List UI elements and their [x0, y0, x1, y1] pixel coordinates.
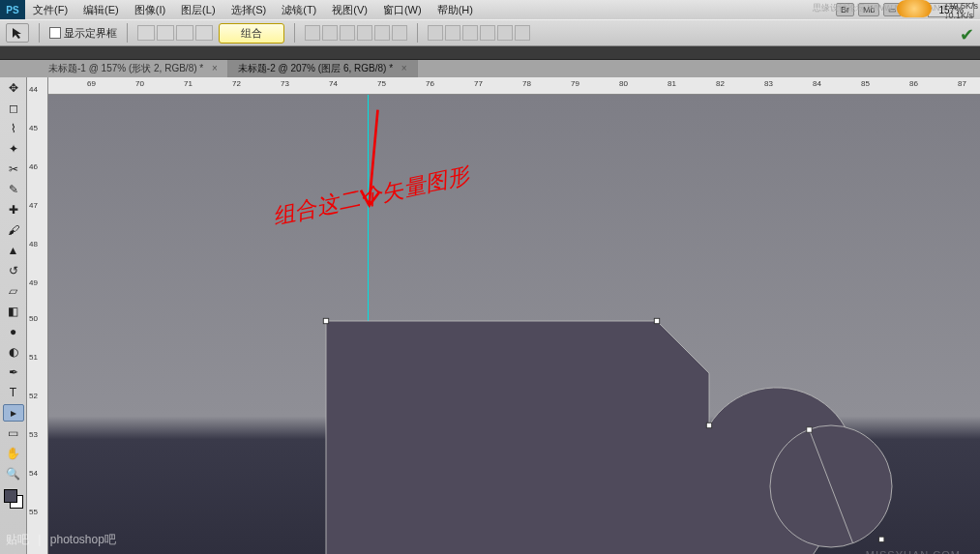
ruler-tick: 80 [619, 79, 628, 88]
align-bottom-icon[interactable] [392, 25, 407, 41]
foreground-color[interactable] [4, 489, 17, 503]
dodge-tool-icon[interactable]: ◐ [3, 343, 24, 361]
close-icon[interactable]: × [401, 63, 407, 73]
wand-tool-icon[interactable]: ✦ [3, 140, 24, 158]
menu-image[interactable]: 图像(I) [127, 3, 173, 17]
image-watermark: MISSYUAN.COM [866, 549, 961, 554]
pathop-intersect-icon[interactable] [176, 25, 193, 41]
ruler-tick: 49 [29, 278, 38, 287]
pathop-add-icon[interactable] [137, 25, 155, 41]
ruler-tick: 52 [29, 392, 38, 400]
document-tabs: 未标题-1 @ 157% (形状 2, RGB/8) * × 未标题-2 @ 2… [0, 60, 980, 77]
show-bounds-label: 显示定界框 [64, 26, 117, 41]
blur-tool-icon[interactable]: ● [3, 323, 24, 340]
ruler-tick: 69 [87, 79, 96, 88]
menu-file[interactable]: 文件(F) [25, 3, 75, 17]
menu-bar: PS 文件(F) 编辑(E) 图像(I) 图层(L) 选择(S) 滤镜(T) 视… [0, 0, 980, 19]
document-tab-2[interactable]: 未标题-2 @ 207% (图层 6, RGB/8) * × [228, 60, 418, 77]
zoom-tool-icon[interactable]: 🔍 [3, 465, 24, 482]
show-bounds-checkbox[interactable] [49, 27, 61, 39]
options-bar: 显示定界框 组合 ✔ [0, 19, 980, 46]
vertical-ruler[interactable]: 444546474849505152535455 [27, 77, 48, 554]
tool-indicator-icon[interactable] [6, 23, 29, 43]
live-badge-icon [897, 0, 932, 17]
stamp-tool-icon[interactable]: ▲ [3, 242, 24, 259]
ruler-tick: 51 [29, 353, 38, 362]
document-tab-1[interactable]: 未标题-1 @ 157% (形状 2, RGB/8) * × [39, 60, 228, 77]
svg-rect-2 [323, 318, 328, 323]
color-swatch[interactable] [4, 489, 23, 509]
eraser-tool-icon[interactable]: ▱ [3, 282, 24, 300]
align-hcenter-icon[interactable] [322, 25, 338, 41]
separator [39, 23, 40, 43]
separator [294, 23, 295, 43]
marquee-tool-icon[interactable]: ◻ [3, 100, 24, 117]
dist-bottom-icon[interactable] [462, 25, 478, 41]
work-area: ✥ ◻ ⌇ ✦ ✂ ✎ ✚ 🖌 ▲ ↺ ▱ ◧ ● ◐ ✒ T ▸ ▭ ✋ 🔍 … [0, 77, 980, 554]
ruler-tick: 44 [29, 85, 38, 94]
align-top-icon[interactable] [357, 25, 372, 41]
wm-right: photoshop吧 [50, 533, 116, 546]
ruler-tick: 72 [232, 79, 241, 88]
close-icon[interactable]: × [212, 63, 218, 73]
network-speed: ↑19.5K/s↓0.1K/s [944, 1, 978, 20]
menu-layer[interactable]: 图层(L) [173, 3, 223, 17]
svg-rect-6 [879, 537, 884, 541]
ruler-tick: 50 [29, 314, 38, 323]
app-logo-icon: PS [0, 0, 25, 19]
menu-select[interactable]: 选择(S) [223, 3, 275, 17]
menu-view[interactable]: 视图(V) [324, 3, 375, 17]
menu-window[interactable]: 窗口(W) [375, 3, 430, 17]
menu-edit[interactable]: 编辑(E) [75, 3, 127, 17]
align-vcenter-icon[interactable] [374, 25, 390, 41]
dist-vcenter-icon[interactable] [445, 25, 460, 41]
ruler-tick: 45 [29, 124, 38, 132]
align-right-icon[interactable] [340, 25, 355, 41]
heal-tool-icon[interactable]: ✚ [3, 201, 24, 219]
menu-filter[interactable]: 滤镜(T) [274, 3, 324, 17]
dist-hcenter-icon[interactable] [497, 25, 513, 41]
dist-left-icon[interactable] [480, 25, 495, 41]
eyedropper-tool-icon[interactable]: ✎ [3, 181, 24, 198]
ruler-tick: 79 [571, 79, 579, 88]
canvas[interactable]: 组合这二个矢量图形 MISSYUAN.COM [48, 95, 980, 554]
hand-tool-icon[interactable]: ✋ [3, 445, 24, 462]
commit-check-icon[interactable]: ✔ [960, 24, 974, 45]
show-bounds-option[interactable]: 显示定界框 [49, 26, 117, 41]
distribute-group [428, 25, 530, 41]
dist-top-icon[interactable] [428, 25, 443, 41]
menu-help[interactable]: 帮助(H) [430, 3, 481, 17]
svg-rect-3 [654, 318, 659, 323]
horizontal-ruler[interactable]: 69707172737475767778798081828384858687 [48, 77, 980, 95]
shape-tool-icon[interactable]: ▭ [3, 424, 24, 442]
vector-shape[interactable] [295, 312, 914, 554]
brush-tool-icon[interactable]: 🖌 [3, 221, 24, 239]
combine-button[interactable]: 组合 [219, 23, 284, 44]
history-brush-icon[interactable]: ↺ [3, 262, 24, 279]
type-tool-icon[interactable]: T [3, 384, 24, 401]
ruler-tick: 55 [29, 508, 38, 516]
gradient-tool-icon[interactable]: ◧ [3, 303, 24, 320]
crop-tool-icon[interactable]: ✂ [3, 160, 24, 178]
pathop-group [137, 25, 213, 41]
dist-right-icon[interactable] [515, 25, 530, 41]
forum-watermark: 思缘设计论坛 WWW.MISSYUAN.COM [813, 2, 963, 15]
pathop-exclude-icon[interactable] [195, 25, 213, 41]
align-group [305, 25, 407, 41]
source-watermark: 贴吧 | photoshop吧 [6, 532, 116, 548]
pathop-subtract-icon[interactable] [157, 25, 174, 41]
ruler-tick: 84 [813, 79, 821, 88]
align-left-icon[interactable] [305, 25, 320, 41]
move-tool-icon[interactable]: ✥ [3, 79, 24, 97]
ruler-tick: 53 [29, 430, 38, 439]
svg-rect-5 [807, 427, 812, 432]
lasso-tool-icon[interactable]: ⌇ [3, 120, 24, 137]
panel-strip [0, 46, 980, 60]
ruler-tick: 54 [29, 469, 38, 478]
ruler-tick: 81 [668, 79, 676, 88]
toolbox: ✥ ◻ ⌇ ✦ ✂ ✎ ✚ 🖌 ▲ ↺ ▱ ◧ ● ◐ ✒ T ▸ ▭ ✋ 🔍 [0, 77, 27, 554]
ruler-tick: 77 [474, 79, 483, 88]
pen-tool-icon[interactable]: ✒ [3, 364, 24, 381]
path-select-tool-icon[interactable]: ▸ [3, 404, 24, 422]
ruler-tick: 76 [426, 79, 434, 88]
